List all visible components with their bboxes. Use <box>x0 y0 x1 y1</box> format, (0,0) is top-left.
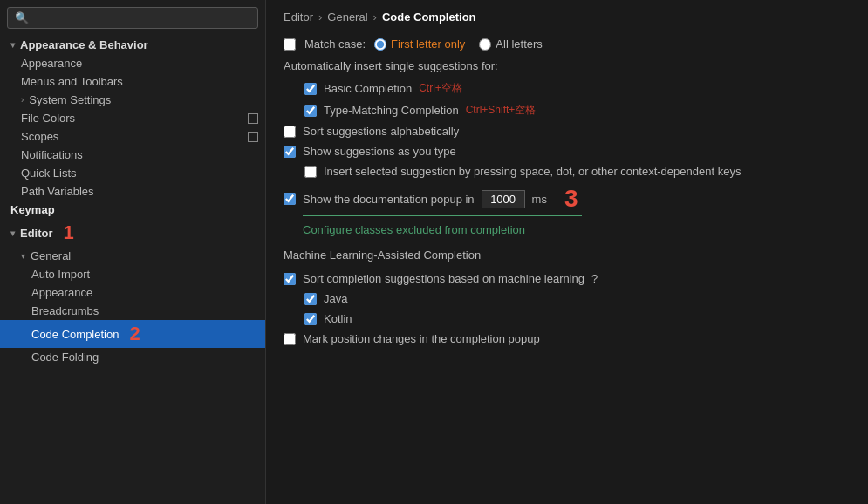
content-body: Match case: First letter only All letter… <box>266 31 868 366</box>
basic-completion-shortcut: Ctrl+空格 <box>419 81 462 96</box>
type-matching-row: Type-Matching Completion Ctrl+Shift+空格 <box>284 99 851 121</box>
sidebar-item-menus-toolbars[interactable]: Menus and Toolbars <box>0 72 265 91</box>
first-letter-radio[interactable] <box>374 38 386 51</box>
sidebar-item-scopes[interactable]: Scopes <box>0 127 265 146</box>
help-icon[interactable]: ? <box>591 272 598 285</box>
annotation-2: 2 <box>129 323 140 345</box>
first-letter-label: First letter only <box>391 37 465 51</box>
kotlin-checkbox[interactable] <box>304 313 317 325</box>
java-label: Java <box>324 292 347 305</box>
insert-selected-label: Insert selected suggestion by pressing s… <box>324 165 741 178</box>
sidebar-item-file-colors[interactable]: File Colors <box>0 109 265 127</box>
insert-selected-row: Insert selected suggestion by pressing s… <box>284 161 851 181</box>
completion-radio-group: First letter only All letters <box>374 37 543 51</box>
sort-ml-row: Sort completion suggestions based on mac… <box>284 269 851 289</box>
chevron-icon: › <box>21 95 24 105</box>
ml-section-label: Machine Learning-Assisted Completion <box>284 249 481 262</box>
show-suggestions-row: Show suggestions as you type <box>284 141 851 161</box>
popup-value-input[interactable]: 1000 <box>482 190 525 208</box>
breadcrumb-active: Code Completion <box>382 10 476 24</box>
sidebar-item-quick-lists[interactable]: Quick Lists <box>0 164 265 182</box>
configure-classes-link[interactable]: Configure classes excluded from completi… <box>303 223 525 236</box>
breadcrumb-editor: Editor <box>284 10 313 24</box>
basic-completion-label: Basic Completion <box>324 82 412 95</box>
match-case-checkbox[interactable] <box>284 38 296 51</box>
show-doc-popup-row: Show the documentation popup in 1000 ms … <box>284 181 851 216</box>
breadcrumb-general: General <box>327 10 367 24</box>
annotation-3: 3 <box>564 185 578 213</box>
breadcrumb-sep-2: › <box>373 10 377 24</box>
ml-section-header: Machine Learning-Assisted Completion <box>284 249 851 262</box>
match-case-row: Match case: First letter only All letter… <box>284 37 851 51</box>
sidebar-item-general[interactable]: ▾ General <box>0 247 265 265</box>
sidebar-item-editor[interactable]: ▾ Editor 1 <box>0 219 265 247</box>
file-colors-icon <box>248 113 258 124</box>
show-suggestions-checkbox[interactable] <box>284 146 296 158</box>
sidebar-item-system-settings[interactable]: › System Settings <box>0 91 265 109</box>
sort-ml-checkbox[interactable] <box>284 273 296 285</box>
configure-link-wrapper: Configure classes excluded from completi… <box>303 220 851 236</box>
ms-label: ms <box>532 193 547 206</box>
kotlin-label: Kotlin <box>324 312 352 325</box>
type-matching-label: Type-Matching Completion <box>324 104 459 117</box>
sort-ml-label: Sort completion suggestions based on mac… <box>303 272 584 285</box>
show-suggestions-label: Show suggestions as you type <box>303 145 456 158</box>
sidebar-item-notifications[interactable]: Notifications <box>0 146 265 164</box>
type-matching-shortcut: Ctrl+Shift+空格 <box>466 103 537 118</box>
mark-position-checkbox[interactable] <box>284 333 296 345</box>
type-matching-checkbox[interactable] <box>304 105 317 117</box>
search-input[interactable] <box>7 7 258 29</box>
mark-position-row: Mark position changes in the completion … <box>284 329 851 349</box>
basic-completion-row: Basic Completion Ctrl+空格 <box>284 78 851 99</box>
sidebar-item-auto-import[interactable]: Auto Import <box>0 265 265 283</box>
sort-alpha-checkbox[interactable] <box>284 126 296 138</box>
sidebar-item-code-folding[interactable]: Code Folding <box>0 348 265 366</box>
auto-insert-label: Automatically insert single suggestions … <box>284 59 851 72</box>
sort-alpha-row: Sort suggestions alphabetically <box>284 121 851 141</box>
sidebar-item-breadcrumbs[interactable]: Breadcrumbs <box>0 302 265 320</box>
show-doc-popup-label: Show the documentation popup in <box>303 193 475 206</box>
sort-alpha-label: Sort suggestions alphabetically <box>303 125 459 138</box>
sidebar-item-appearance-behavior[interactable]: ▾ Appearance & Behavior <box>0 36 265 54</box>
breadcrumb-sep-1: › <box>318 10 322 24</box>
ml-divider-line <box>488 255 851 255</box>
annotation-1: 1 <box>64 221 74 244</box>
match-case-label: Match case: <box>304 37 366 51</box>
sidebar-item-appearance2[interactable]: Appearance <box>0 283 265 302</box>
sidebar-item-code-completion[interactable]: Code Completion 2 <box>0 320 265 348</box>
chevron-icon: ▾ <box>21 251 25 261</box>
all-letters-radio-option[interactable]: All letters <box>479 37 542 51</box>
insert-selected-checkbox[interactable] <box>304 166 317 178</box>
breadcrumb: Editor › General › Code Completion <box>266 0 868 31</box>
sidebar-item-path-variables[interactable]: Path Variables <box>0 182 265 201</box>
all-letters-radio[interactable] <box>479 38 491 51</box>
chevron-icon: ▾ <box>10 228 15 238</box>
sidebar-item-keymap[interactable]: Keymap <box>0 201 265 219</box>
java-checkbox[interactable] <box>304 293 317 305</box>
basic-completion-checkbox[interactable] <box>304 83 317 95</box>
chevron-icon: ▾ <box>10 40 15 50</box>
scopes-icon <box>248 132 258 142</box>
main-content: Editor › General › Code Completion Match… <box>266 0 868 504</box>
first-letter-radio-option[interactable]: First letter only <box>374 37 465 51</box>
sidebar-item-appearance[interactable]: Appearance <box>0 54 265 72</box>
all-letters-label: All letters <box>496 37 542 51</box>
sidebar: ▾ Appearance & Behavior Appearance Menus… <box>0 0 266 504</box>
mark-position-label: Mark position changes in the completion … <box>303 332 540 345</box>
kotlin-row: Kotlin <box>284 309 851 329</box>
java-row: Java <box>284 289 851 309</box>
show-doc-popup-checkbox[interactable] <box>284 193 296 205</box>
